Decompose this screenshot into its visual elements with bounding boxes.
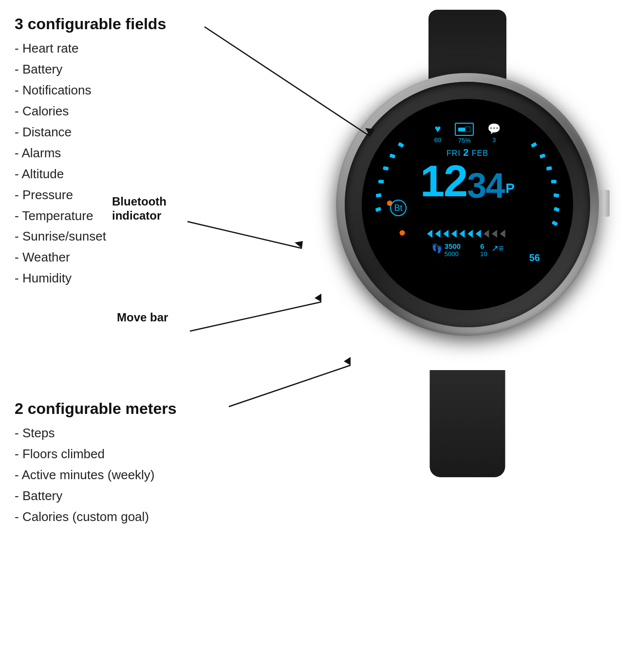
list-item: Altitude xyxy=(15,164,219,185)
heart-icon: ♥ xyxy=(435,123,441,135)
top-row: ♥ 60 □ 75% 💬 xyxy=(434,122,501,144)
seconds-display: 56 xyxy=(529,252,540,263)
time-display: 12 34 P xyxy=(420,159,515,203)
chat-icon: 💬 xyxy=(487,123,501,135)
list-item: Distance xyxy=(15,122,219,143)
floors-goal: 10 xyxy=(480,250,487,258)
battery-icon: □ xyxy=(455,122,474,136)
floors-icon: ↗≡ xyxy=(491,243,504,254)
steps-goal: 5000 xyxy=(445,250,461,258)
watch-container: Bt ♥ 60 □ xyxy=(316,10,618,477)
time-hours: 12 xyxy=(420,159,467,203)
svg-line-4 xyxy=(190,302,321,331)
steps-display: 👣 3500 5000 xyxy=(431,242,461,258)
configurable-meters-list: StepsFloors climbedActive minutes (weekl… xyxy=(15,423,248,527)
list-item: Steps xyxy=(15,423,248,444)
svg-marker-3 xyxy=(295,241,303,248)
list-item: Calories xyxy=(15,101,219,122)
list-item: Alarms xyxy=(15,143,219,164)
list-item: Heart rate xyxy=(15,38,219,59)
notifications-display: 💬 3 xyxy=(487,123,501,144)
list-item: Humidity xyxy=(15,268,219,289)
list-item: Weather xyxy=(15,247,219,268)
heart-rate-display: ♥ 60 xyxy=(434,123,441,144)
bottom-panel: 2 configurable meters StepsFloors climbe… xyxy=(15,399,248,527)
watch-bezel: Bt ♥ 60 □ xyxy=(345,82,590,327)
heart-rate-value: 60 xyxy=(434,136,441,144)
steps-current: 3500 xyxy=(445,242,461,250)
battery-value: 75% xyxy=(458,137,471,144)
floors-display: 6 10 ↗≡ xyxy=(480,242,503,258)
date-day: 2 xyxy=(463,147,469,158)
section1-title: 3 configurable fields xyxy=(15,15,219,33)
list-item: Battery xyxy=(15,59,219,80)
configurable-fields-list: Heart rateBatteryNotificationsCaloriesDi… xyxy=(15,38,219,289)
battery-display: □ 75% xyxy=(455,122,474,144)
left-panel: 3 configurable fields Heart rateBatteryN… xyxy=(15,15,219,289)
strap-bottom xyxy=(430,370,505,477)
watch-face: Bt ♥ 60 □ xyxy=(362,99,573,310)
movebar-annotation: Move bar xyxy=(117,311,168,325)
floors-current: 6 xyxy=(480,242,487,250)
list-item: Notifications xyxy=(15,80,219,101)
watch-case: Bt ♥ 60 □ xyxy=(336,73,599,336)
bluetooth-annotation: Bluetooth indicator xyxy=(112,195,167,223)
time-ampm: P xyxy=(505,181,515,196)
list-item: Battery xyxy=(15,485,248,506)
list-item: Active minutes (weekly) xyxy=(15,465,248,485)
list-item: Floors climbed xyxy=(15,444,248,465)
bottom-row: 👣 3500 5000 6 10 ↗≡ xyxy=(431,242,503,258)
face-content: ♥ 60 □ 75% 💬 xyxy=(362,99,573,310)
list-item: Calories (custom goal) xyxy=(15,506,248,527)
steps-icon: 👣 xyxy=(431,243,442,254)
list-item: Sunrise/sunset xyxy=(15,226,219,247)
notifications-value: 3 xyxy=(492,136,496,144)
crown-button[interactable] xyxy=(599,190,610,217)
section2-title: 2 configurable meters xyxy=(15,399,248,418)
time-minutes: 34 xyxy=(467,168,504,203)
